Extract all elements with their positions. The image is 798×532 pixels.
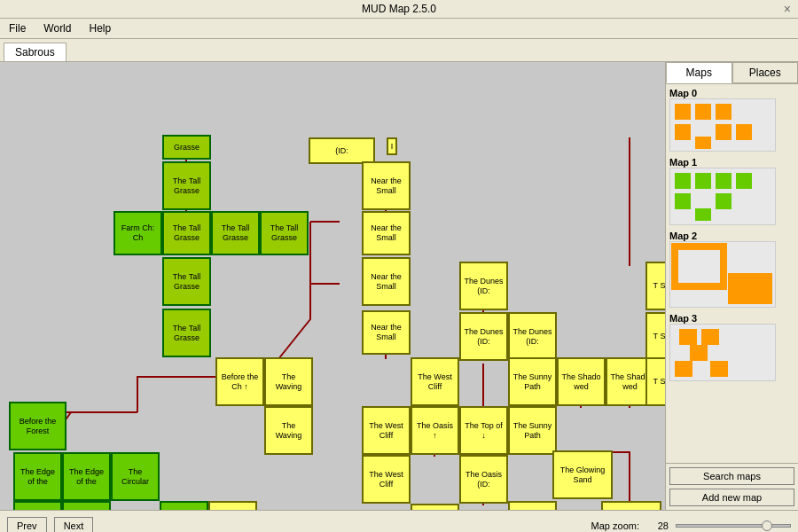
svg-rect-14 xyxy=(675,246,724,286)
map-label-2: Map 2 xyxy=(669,231,794,241)
search-maps-button[interactable]: Search maps xyxy=(669,467,794,485)
room-oasis-id[interactable]: The Oasis (ID: xyxy=(459,455,508,504)
svg-rect-6 xyxy=(695,137,711,149)
svg-rect-10 xyxy=(736,173,752,189)
room-oasis-1[interactable]: The Oasis ↑ xyxy=(411,406,459,455)
add-map-button[interactable]: Add new map xyxy=(669,489,794,506)
room-circular-3[interactable]: The Circular xyxy=(160,501,208,510)
room-edge-2[interactable]: The Edge of the xyxy=(62,452,111,501)
svg-rect-7 xyxy=(675,173,691,189)
room-circular-2[interactable]: The Circular xyxy=(62,501,111,510)
tab-maps[interactable]: Maps xyxy=(666,62,732,83)
room-before-forest[interactable]: Before the Forest xyxy=(9,402,66,450)
map-preview-1 xyxy=(669,168,776,225)
svg-rect-2 xyxy=(675,124,691,140)
room-west-cliff-1[interactable]: The West Cliff xyxy=(411,357,459,406)
room-sunny-path-2[interactable]: The Sunny Path xyxy=(508,406,557,455)
svg-rect-0 xyxy=(675,104,691,120)
svg-rect-19 xyxy=(675,361,692,377)
room-glowing-sand-1[interactable]: The Glowing Sand xyxy=(552,450,613,499)
room-circular-1[interactable]: The Circular xyxy=(111,452,160,501)
room-west-cliff-3[interactable]: The West Cliff xyxy=(362,455,411,504)
main-content: (ID: I Grasse The Tall Grasse Near the S… xyxy=(0,62,798,510)
room-dunes-1[interactable]: The Dunes (ID: xyxy=(459,262,508,310)
svg-rect-4 xyxy=(736,124,752,140)
room-tall-grasse-4[interactable]: The Tall Grasse xyxy=(260,211,309,255)
zoom-value: 28 xyxy=(646,520,669,531)
zoom-thumb[interactable] xyxy=(762,520,772,531)
room-tall-grasse-5[interactable]: The Tall Grasse xyxy=(162,257,211,306)
map-label-3: Map 3 xyxy=(669,313,794,324)
room-farm-ch[interactable]: Farm Ch: Ch xyxy=(113,211,162,255)
room-sunny-path-1[interactable]: The Sunny Path xyxy=(508,357,557,406)
room-dunes-2[interactable]: The Dunes (ID: xyxy=(459,312,508,361)
zoom-slider[interactable] xyxy=(676,524,791,528)
menu-file[interactable]: File xyxy=(4,20,31,36)
map-entry-2[interactable]: Map 2 xyxy=(669,231,794,308)
bottom-bar: Prev Next Map zoom: 28 xyxy=(0,510,798,532)
menu-help[interactable]: Help xyxy=(83,20,116,36)
room-near-small-4[interactable]: Near the Small xyxy=(362,310,411,355)
map-preview-3 xyxy=(669,324,776,381)
panel-tabs: Maps Places xyxy=(666,62,798,84)
svg-rect-12 xyxy=(716,193,732,209)
tab-bar: Sabrous xyxy=(0,39,798,62)
room-near-small-3[interactable]: Near the Small xyxy=(362,257,411,306)
room-tall-grasse-3[interactable]: The Tall Grasse xyxy=(211,211,260,255)
room-near-small-2[interactable]: Near the Small xyxy=(362,211,411,255)
room-tall-grasse-6[interactable]: The Tall Grasse xyxy=(162,309,211,357)
room-waving-1[interactable]: The Waving xyxy=(264,357,313,406)
map-entry-0[interactable]: Map 0 xyxy=(669,88,794,152)
room-edge-1[interactable]: The Edge of the xyxy=(13,452,62,501)
map-label-0: Map 0 xyxy=(669,88,794,98)
svg-rect-16 xyxy=(679,329,697,345)
room-west-cliff-4[interactable]: The West Cliff xyxy=(411,504,459,510)
map-preview-0 xyxy=(669,98,776,152)
room-waving-2[interactable]: The Waving xyxy=(264,406,313,455)
tab-sabrous[interactable]: Sabrous xyxy=(4,43,66,61)
room-sunny-path-3[interactable]: The Sunny Path xyxy=(508,501,557,510)
room-forest-path[interactable]: The Forest Path xyxy=(13,501,62,510)
room-t-s-w-1[interactable]: T S w xyxy=(645,262,665,310)
map-label-1: Map 1 xyxy=(669,157,794,168)
room-dunes-3[interactable]: The Dunes (ID: xyxy=(508,312,557,361)
svg-rect-11 xyxy=(675,193,691,209)
svg-rect-20 xyxy=(710,361,728,377)
svg-rect-8 xyxy=(695,173,711,189)
zoom-label: Map zoom: xyxy=(591,520,639,531)
room-tall-grasse-1[interactable]: The Tall Grasse xyxy=(162,161,211,210)
map-list: Map 0 Map 1 xyxy=(666,84,798,463)
svg-rect-15 xyxy=(728,273,772,304)
room-tall-grasse-2[interactable]: The Tall Grasse xyxy=(162,211,211,255)
room-marker-i[interactable]: I xyxy=(387,137,397,155)
svg-rect-17 xyxy=(701,329,719,345)
app-title: MUD Map 2.5.0 xyxy=(362,3,436,15)
room-deepe[interactable]: Deepe into the xyxy=(208,501,257,510)
close-button[interactable]: × xyxy=(784,2,791,16)
room-grasse-id[interactable]: (ID: xyxy=(309,137,375,164)
room-west-cliff-2[interactable]: The West Cliff xyxy=(362,406,411,455)
room-t-s-w-2[interactable]: T S w xyxy=(645,312,665,361)
svg-rect-13 xyxy=(695,208,711,221)
connections-overlay xyxy=(0,62,665,510)
map-entry-3[interactable]: Map 3 xyxy=(669,313,794,381)
right-panel: Maps Places Map 0 Map 1 xyxy=(665,62,798,510)
svg-rect-5 xyxy=(716,124,732,140)
room-before-ch[interactable]: Before the Ch ↑ xyxy=(215,357,264,406)
prev-button[interactable]: Prev xyxy=(7,517,47,532)
svg-rect-1 xyxy=(695,104,711,120)
map-entry-1[interactable]: Map 1 xyxy=(669,157,794,225)
room-grasse[interactable]: Grasse xyxy=(162,135,211,160)
room-glowing-sand-2[interactable]: The Glowing Sand xyxy=(601,501,661,510)
room-t-s-w-3[interactable]: T S w xyxy=(645,357,665,406)
tab-places[interactable]: Places xyxy=(732,62,799,83)
room-shadowed-1[interactable]: The Shado wed xyxy=(557,357,606,406)
room-top-of[interactable]: The Top of ↓ xyxy=(459,406,508,455)
next-button[interactable]: Next xyxy=(54,517,94,532)
svg-rect-18 xyxy=(690,345,708,361)
map-area[interactable]: (ID: I Grasse The Tall Grasse Near the S… xyxy=(0,62,665,510)
svg-rect-3 xyxy=(716,104,732,120)
room-near-small-1[interactable]: Near the Small xyxy=(362,161,411,210)
menu-world[interactable]: World xyxy=(38,20,76,36)
title-bar: MUD Map 2.5.0 × xyxy=(0,0,798,19)
